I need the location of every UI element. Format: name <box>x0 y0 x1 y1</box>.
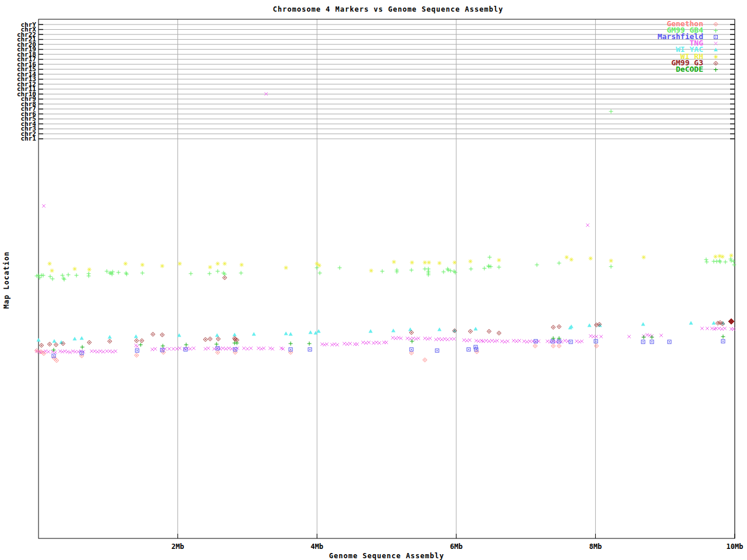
series-marker <box>410 340 414 344</box>
series-marker <box>474 339 478 342</box>
series-marker <box>442 270 446 274</box>
series-marker <box>111 350 114 354</box>
series-marker <box>87 274 91 278</box>
series-marker <box>233 332 237 336</box>
series-marker <box>449 337 453 341</box>
series-marker <box>348 342 352 345</box>
series-marker <box>728 318 734 324</box>
series-marker <box>160 264 165 268</box>
series-marker <box>343 342 346 345</box>
series-marker <box>714 22 718 26</box>
series-marker <box>108 335 112 338</box>
series-marker <box>710 327 714 330</box>
series-marker <box>73 337 77 340</box>
series-marker <box>627 335 631 338</box>
series-marker <box>114 349 117 353</box>
series-marker <box>449 269 453 273</box>
series-marker <box>729 254 734 258</box>
series-marker <box>369 269 374 273</box>
series-marker <box>452 337 456 341</box>
series-marker <box>609 110 613 114</box>
series-marker <box>284 266 288 270</box>
series-marker <box>88 341 92 345</box>
series-marker <box>488 256 492 260</box>
series-marker <box>178 262 182 266</box>
series-marker <box>648 334 651 337</box>
series-marker <box>417 337 420 340</box>
x-axis-label: Genome Sequence Assembly <box>39 552 735 560</box>
plus-legend-marker-icon <box>712 66 720 74</box>
series-marker <box>410 261 414 265</box>
series-marker <box>599 335 603 338</box>
series-marker <box>414 337 418 341</box>
x-tick-label-2Mb: 2Mb <box>160 542 196 551</box>
series-marker <box>364 341 368 345</box>
x-tick-label-6Mb: 6Mb <box>439 542 474 551</box>
series-marker <box>434 338 438 341</box>
series-marker <box>184 348 187 351</box>
series-marker <box>66 350 69 354</box>
series-marker <box>525 340 529 344</box>
series-marker <box>469 260 473 264</box>
series-marker <box>443 337 446 341</box>
series-marker <box>497 265 501 270</box>
series-marker <box>578 340 581 344</box>
series-marker <box>723 327 727 330</box>
series-marker <box>249 346 253 350</box>
series-marker <box>105 270 109 274</box>
series-genethon <box>35 344 599 363</box>
series-marker <box>90 349 93 353</box>
series-marker <box>41 274 46 278</box>
series-marker <box>469 330 473 334</box>
series-marker <box>268 346 272 350</box>
series-marker <box>223 262 227 266</box>
series-marker <box>135 339 139 343</box>
series-marker <box>48 262 52 266</box>
series-marker <box>392 328 396 332</box>
series-marker <box>586 223 589 227</box>
series-marker <box>569 340 573 344</box>
series-marker <box>135 345 139 348</box>
series-marker <box>551 326 556 330</box>
series-marker <box>712 321 716 324</box>
series-marker <box>216 346 219 350</box>
series-marker <box>570 258 574 262</box>
series-marker <box>645 333 649 337</box>
series-marker <box>47 350 50 354</box>
series-marker <box>68 351 72 354</box>
series-marker <box>317 264 322 268</box>
series-marker <box>135 349 139 352</box>
series-marker <box>135 354 139 358</box>
series-marker <box>262 346 266 350</box>
x-tick-label-8Mb: 8Mb <box>578 542 613 551</box>
series-marker <box>557 325 561 329</box>
series-marker <box>381 270 385 274</box>
series-marker <box>336 343 339 346</box>
series-marker <box>533 344 537 348</box>
series-marker <box>592 335 595 338</box>
series-marker <box>503 340 507 344</box>
legend-label: DeCODE <box>578 65 703 73</box>
series-marker <box>93 349 96 353</box>
series-marker <box>575 340 578 343</box>
series-marker <box>642 335 646 340</box>
series-marker <box>720 327 724 331</box>
series-marker <box>435 349 439 352</box>
series-marker <box>487 330 491 334</box>
series-marker <box>74 350 77 354</box>
series-marker <box>73 267 77 271</box>
series-marker <box>391 336 395 340</box>
series-marker <box>37 338 41 341</box>
series-marker <box>215 342 219 346</box>
series-marker <box>42 204 46 208</box>
series-marker <box>515 340 518 343</box>
series-marker <box>551 344 556 348</box>
series-marker <box>257 346 260 350</box>
series-marker <box>338 266 342 270</box>
series-marker <box>522 340 526 343</box>
series-marker <box>48 275 53 279</box>
series-marker <box>406 337 409 340</box>
series-marker <box>650 340 654 344</box>
series-marker <box>160 333 165 337</box>
series-marker <box>309 330 313 334</box>
